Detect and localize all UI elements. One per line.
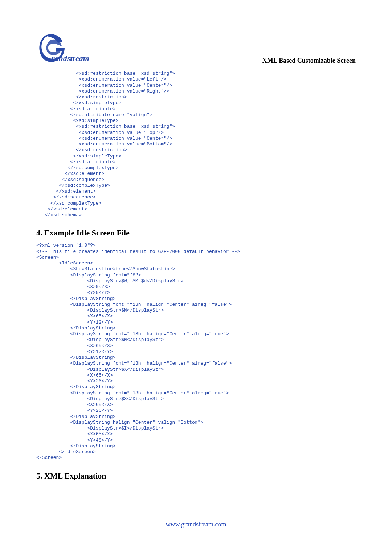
svg-text:randstream: randstream xyxy=(52,54,89,63)
section-5-heading: 5. XML Explanation xyxy=(36,471,356,481)
grandstream-logo: randstream xyxy=(36,33,102,65)
section-4-heading: 4. Example Idle Screen File xyxy=(36,228,356,238)
footer-link[interactable]: www.grandstream.com xyxy=(166,521,226,528)
page-header: randstream XML Based Customizable Screen xyxy=(36,33,356,67)
header-title: XML Based Customizable Screen xyxy=(262,57,356,65)
xsd-code-block: <xsd:restriction base="xsd:string"> <xsd… xyxy=(36,71,356,218)
example-xml-code-block: <?xml version="1.0"?> <!-- This file cre… xyxy=(36,243,356,461)
page-footer: www.grandstream.com xyxy=(36,521,356,528)
